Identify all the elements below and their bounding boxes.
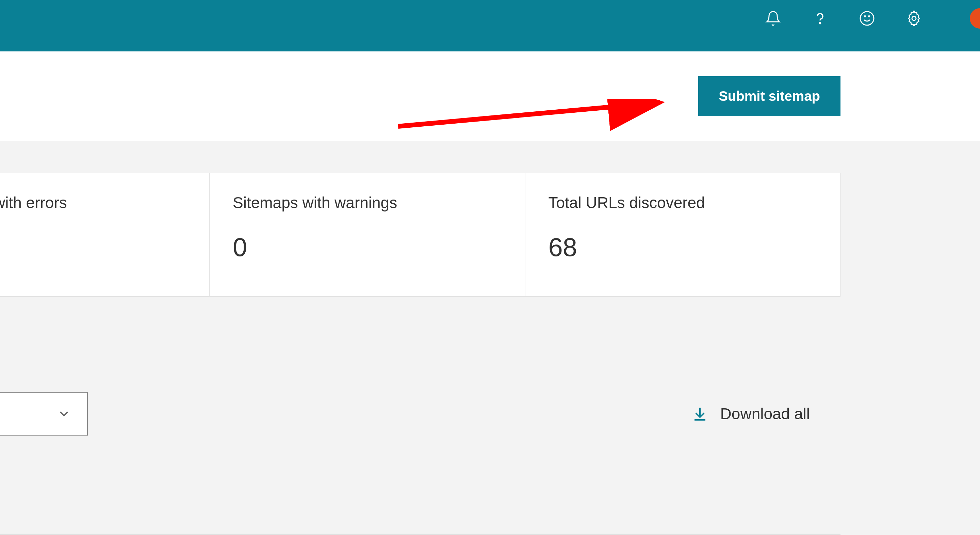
filter-dropdown[interactable]: [0, 392, 88, 436]
download-label: Download all: [721, 404, 810, 423]
stat-card-urls: Total URLs discovered 68: [525, 172, 841, 297]
bottom-border: [0, 533, 840, 535]
settings-icon[interactable]: [906, 10, 922, 27]
header-icons-group: [765, 8, 970, 29]
stats-container: with errors Sitemaps with warnings 0 Tot…: [0, 141, 980, 297]
svg-point-0: [819, 22, 821, 24]
toolbar: Submit sitemap: [0, 51, 980, 141]
avatar[interactable]: [970, 8, 980, 29]
help-icon[interactable]: [812, 10, 828, 27]
download-all-link[interactable]: Download all: [692, 404, 810, 423]
arrow-annotation: [395, 99, 677, 141]
footer-area: Download all: [0, 297, 980, 436]
feedback-icon[interactable]: [859, 10, 875, 27]
top-header: [0, 0, 980, 51]
download-icon: [692, 406, 708, 422]
svg-line-6: [398, 102, 660, 126]
svg-point-1: [860, 11, 874, 25]
chevron-down-icon: [56, 406, 72, 421]
stat-card-warnings: Sitemaps with warnings 0: [209, 172, 525, 297]
svg-point-2: [864, 16, 865, 17]
bell-icon[interactable]: [765, 10, 781, 27]
svg-point-3: [869, 16, 869, 17]
stat-label-errors: with errors: [0, 193, 186, 212]
stat-card-errors: with errors: [0, 172, 209, 297]
stat-label-warnings: Sitemaps with warnings: [233, 193, 501, 212]
stat-label-urls: Total URLs discovered: [549, 193, 817, 212]
svg-point-4: [912, 16, 916, 21]
stat-value-urls: 68: [549, 232, 817, 262]
stat-value-warnings: 0: [233, 232, 501, 262]
submit-sitemap-button[interactable]: Submit sitemap: [698, 76, 840, 116]
